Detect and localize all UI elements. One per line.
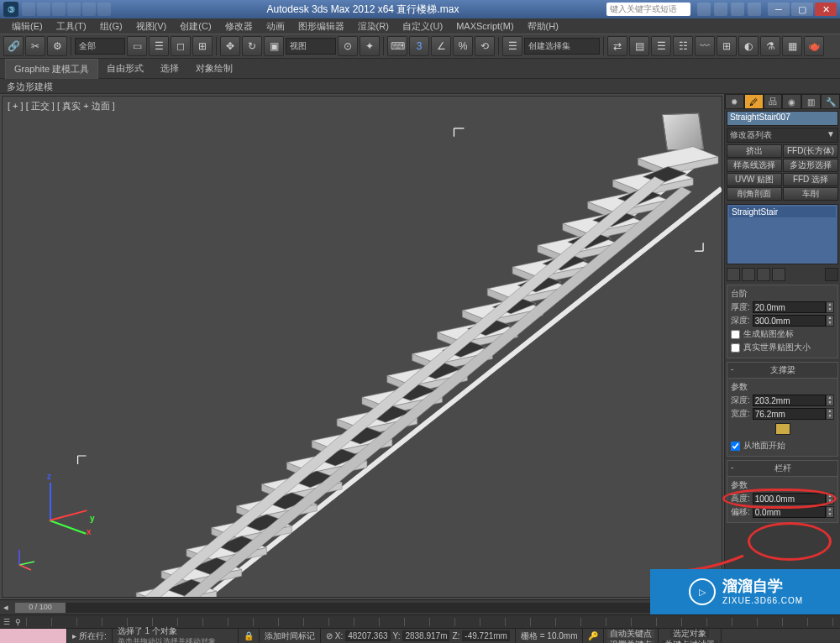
addtime-tag[interactable]: 添加时间标记 [260,629,321,643]
keymode-icon[interactable]: ⌨ [387,36,407,56]
coord-y[interactable]: 2838.917m [402,630,449,641]
rail-height-input[interactable] [753,493,826,504]
scale-icon[interactable]: ▣ [264,36,284,56]
selected-set[interactable]: 选定对象 [670,630,709,638]
pin-stack-icon[interactable] [727,268,740,281]
menu-create[interactable]: 创建(C) [173,20,218,33]
renderframe-icon[interactable]: ▦ [782,36,802,56]
timeslider-prev-icon[interactable]: ◂ [0,602,12,613]
spinner-icon[interactable]: ▲▼ [826,506,834,518]
snap-icon[interactable]: 3 [409,36,429,56]
ribbon-tab-graphite[interactable]: Graphite 建模工具 [5,59,98,79]
ribbon-tab-select[interactable]: 选择 [152,59,187,78]
step-thickness-input[interactable] [753,301,826,313]
autokey-button[interactable]: 自动关键点 [607,630,654,638]
from-ground-checkbox[interactable] [731,442,740,451]
rollout-rail-header[interactable]: 栏杆 [727,461,837,477]
beam-width-input[interactable] [753,408,826,420]
editnamedsel-icon[interactable]: ☰ [502,36,522,56]
object-name-field[interactable]: StraightStair007 [727,111,838,126]
modifier-stack[interactable]: StraightStair [727,204,838,264]
menu-animation[interactable]: 动画 [260,20,291,33]
mod-bevelprofile[interactable]: 削角剖面 [727,187,782,201]
menu-customize[interactable]: 自定义(U) [396,20,449,33]
ribbon-tab-paint[interactable]: 对象绘制 [187,59,241,78]
schematic-icon[interactable]: ⊞ [717,36,737,56]
rail-offset-input[interactable] [753,506,826,518]
search-input[interactable]: 键入关键字或短语 [606,3,690,16]
render-icon[interactable]: 🫖 [804,36,824,56]
pctsnap-icon[interactable]: % [453,36,473,56]
mod-polysel[interactable]: 多边形选择 [783,159,838,172]
qat-save-icon[interactable] [52,3,66,16]
lock-selection-icon[interactable]: 🔒 [239,629,260,643]
spinner-icon[interactable]: ▲▼ [826,315,834,327]
rollout-beam-header[interactable]: 支撑梁 [727,363,837,379]
tab-motion-icon[interactable]: ◉ [782,94,801,109]
realworld-checkbox[interactable] [731,343,740,353]
time-tag-icon[interactable]: 🔑 [583,629,604,643]
spinnersnap-icon[interactable]: ⟲ [475,36,495,56]
qat-new-icon[interactable] [22,3,35,16]
menu-grapheditors[interactable]: 图形编辑器 [291,20,351,33]
mod-ffdsel[interactable]: FFD 选择 [783,173,838,186]
unlink-icon[interactable]: ✂ [25,36,45,56]
menu-maxscript[interactable]: MAXScript(M) [449,21,520,31]
mod-uvwmap[interactable]: UVW 贴图 [727,173,782,186]
named-selection-set[interactable]: 创建选择集 [524,38,600,55]
menu-view[interactable]: 视图(V) [129,20,174,33]
angsnap-icon[interactable]: ∠ [431,36,451,56]
menu-help[interactable]: 帮助(H) [521,20,565,33]
tab-display-icon[interactable]: ▥ [801,94,821,109]
matedit-icon[interactable]: ◐ [738,36,759,56]
tab-modify-icon[interactable]: 🖉 [744,94,764,109]
step-depth-input[interactable] [753,315,826,327]
maximize-button[interactable]: ▢ [791,3,813,16]
favorites-icon[interactable] [731,3,744,16]
trackbar-toggle-icon[interactable]: ☰ [3,618,10,626]
rotate-icon[interactable]: ↻ [242,36,262,56]
bind-icon[interactable]: ⚙ [47,36,67,56]
stack-item-straightstair[interactable]: StraightStair [729,206,836,217]
mod-splinesel[interactable]: 样条线选择 [727,159,782,172]
selectname-icon[interactable]: ☰ [149,36,169,56]
mod-ffdbox[interactable]: FFD(长方体) [783,144,838,158]
link-icon[interactable]: 🔗 [3,36,24,56]
viewport[interactable]: [ + ] [ 正交 ] [ 真实 + 边面 ] z y x [2,96,722,598]
qat-redo-icon[interactable] [82,3,96,16]
qat-undo-icon[interactable] [67,3,81,16]
mod-lathe[interactable]: 车削 [783,187,838,201]
menu-edit[interactable]: 编辑(E) [5,20,50,33]
isolate-icon[interactable]: ⊘ [326,631,333,640]
menu-modifiers[interactable]: 修改器 [218,20,260,33]
close-button[interactable]: ✕ [815,3,837,16]
show-end-icon[interactable] [742,268,755,281]
help-icon[interactable] [748,3,761,16]
tab-create-icon[interactable]: ✹ [725,94,744,109]
spinner-icon[interactable]: ▲▼ [826,408,834,420]
spinner-icon[interactable]: ▲▼ [826,301,834,313]
window-crossing-icon[interactable]: ⊞ [192,36,213,56]
signin-icon[interactable] [714,3,727,16]
tab-hierarchy-icon[interactable]: 品 [764,94,783,109]
selection-filter[interactable]: 全部 [75,38,125,55]
pivot-icon[interactable]: ⊙ [338,36,358,56]
menu-group[interactable]: 组(G) [93,20,129,33]
maxscript-mini[interactable]: ▸ 所在行: [67,629,113,643]
menu-tools[interactable]: 工具(T) [50,20,93,33]
remove-mod-icon[interactable] [772,268,785,281]
layers-icon[interactable]: ☰ [651,36,671,56]
gen-uv-checkbox[interactable] [731,330,740,339]
trackbar-ticks[interactable] [26,618,837,626]
layermgr-icon[interactable]: ☷ [673,36,693,56]
rendersetup-icon[interactable]: ⚗ [760,36,780,56]
qat-down-icon[interactable] [97,3,111,16]
manip-icon[interactable]: ✦ [360,36,380,56]
coord-z[interactable]: -49.721mm [462,630,510,641]
beam-color-swatch[interactable] [775,423,790,435]
refcoord-dropdown[interactable]: 视图 [286,38,336,55]
curveeditor-icon[interactable]: 〰 [695,36,715,56]
qat-open-icon[interactable] [37,3,50,16]
ribbon-tab-freeform[interactable]: 自由形式 [98,59,152,78]
selectrect-icon[interactable]: ◻ [171,36,191,56]
